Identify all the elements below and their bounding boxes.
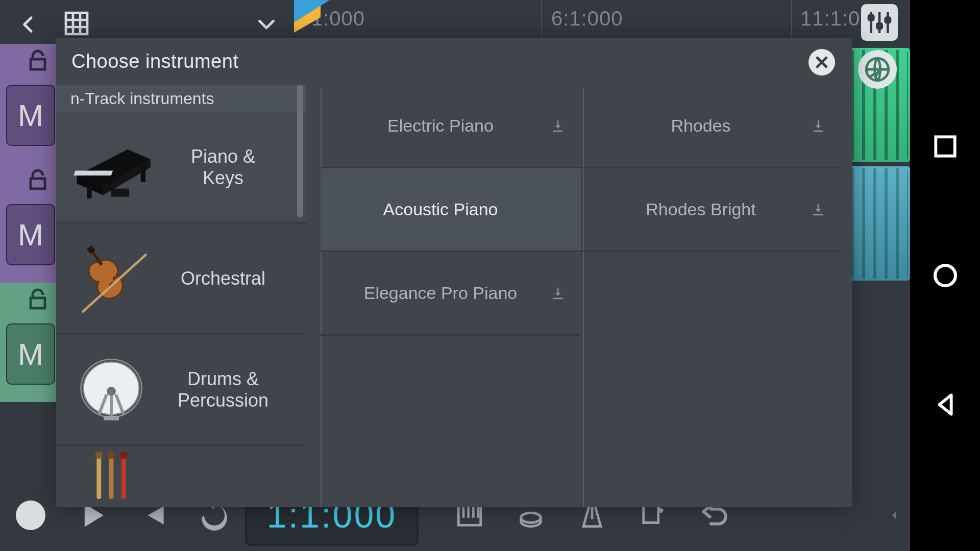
android-home-button[interactable]: [929, 259, 962, 292]
svg-rect-16: [111, 188, 129, 196]
category-label: Drums & Percussion: [168, 368, 306, 411]
midi-clip[interactable]: [849, 166, 910, 281]
category-guitars[interactable]: [56, 446, 306, 507]
mute-button[interactable]: M: [6, 323, 55, 385]
mixer-button[interactable]: [861, 4, 898, 41]
sound-label: Electric Piano: [387, 116, 494, 136]
track-dropdown-button[interactable]: [256, 14, 285, 39]
sound-elegance-pro-piano[interactable]: Elegance Pro Piano: [321, 252, 581, 336]
category-drums[interactable]: Drums & Percussion: [56, 335, 306, 446]
sound-label: Elegance Pro Piano: [364, 283, 518, 303]
android-back-button[interactable]: [929, 388, 962, 421]
svg-point-31: [935, 265, 955, 286]
sound-empty: [581, 252, 841, 336]
svg-rect-13: [74, 170, 113, 176]
grid-button[interactable]: [62, 9, 94, 41]
mute-button[interactable]: M: [6, 85, 55, 146]
choose-instrument-modal: Choose instrument n-Track instruments: [56, 38, 852, 507]
sound-electric-piano[interactable]: Electric Piano: [321, 85, 581, 168]
category-header: n-Track instruments: [56, 85, 306, 112]
svg-rect-30: [936, 137, 954, 156]
back-button[interactable]: [18, 14, 43, 39]
svg-rect-5: [877, 23, 881, 28]
category-piano-keys[interactable]: Piano & Keys: [56, 112, 306, 223]
svg-rect-29: [120, 452, 127, 459]
category-label: Piano & Keys: [168, 146, 306, 189]
svg-rect-27: [95, 452, 102, 459]
drum-icon: [70, 349, 152, 431]
svg-rect-23: [104, 416, 119, 420]
svg-rect-26: [121, 454, 126, 499]
sound-column-1: Electric Piano Acoustic Piano Elegance P…: [321, 85, 581, 507]
svg-rect-15: [141, 165, 146, 182]
android-navbar: [910, 0, 980, 551]
svg-rect-3: [869, 15, 873, 20]
svg-rect-24: [96, 454, 101, 499]
sound-acoustic-piano[interactable]: Acoustic Piano: [321, 168, 581, 252]
scrollbar-thumb[interactable]: [297, 85, 303, 217]
guitars-icon: [70, 448, 152, 505]
lock-icon: [26, 48, 54, 77]
svg-rect-25: [109, 454, 114, 499]
mute-button[interactable]: M: [6, 204, 55, 265]
svg-rect-14: [87, 185, 92, 198]
sound-label: Rhodes Bright: [646, 199, 755, 219]
android-recent-button[interactable]: [929, 130, 962, 163]
piano-icon: [70, 127, 152, 208]
sound-rhodes-bright[interactable]: Rhodes Bright: [581, 168, 841, 252]
track-header[interactable]: M: [0, 283, 59, 402]
track-header[interactable]: M: [0, 163, 59, 283]
category-list[interactable]: n-Track instruments: [56, 85, 306, 507]
record-button[interactable]: [0, 485, 61, 546]
category-orchestral[interactable]: Orchestral: [56, 223, 306, 335]
category-label: Orchestral: [168, 268, 306, 289]
sound-label: Acoustic Piano: [383, 199, 498, 219]
ruler-mark: 6:1:000: [551, 7, 623, 30]
sound-label: Rhodes: [671, 116, 730, 136]
modal-title: Choose instrument: [71, 51, 238, 72]
collapse-arrow-icon[interactable]: [879, 485, 910, 546]
sound-column-2: Rhodes Rhodes Bright: [581, 85, 841, 507]
sound-rhodes[interactable]: Rhodes: [581, 85, 841, 168]
close-button[interactable]: [808, 49, 835, 76]
playhead-flag[interactable]: [294, 0, 330, 33]
svg-rect-7: [886, 18, 890, 22]
svg-point-22: [107, 387, 116, 396]
share-globe-button[interactable]: [858, 50, 897, 89]
track-header[interactable]: M: [0, 44, 59, 163]
lock-icon: [26, 287, 54, 315]
svg-rect-28: [108, 452, 114, 459]
lock-icon: [26, 167, 54, 196]
violin-icon: [70, 238, 152, 319]
